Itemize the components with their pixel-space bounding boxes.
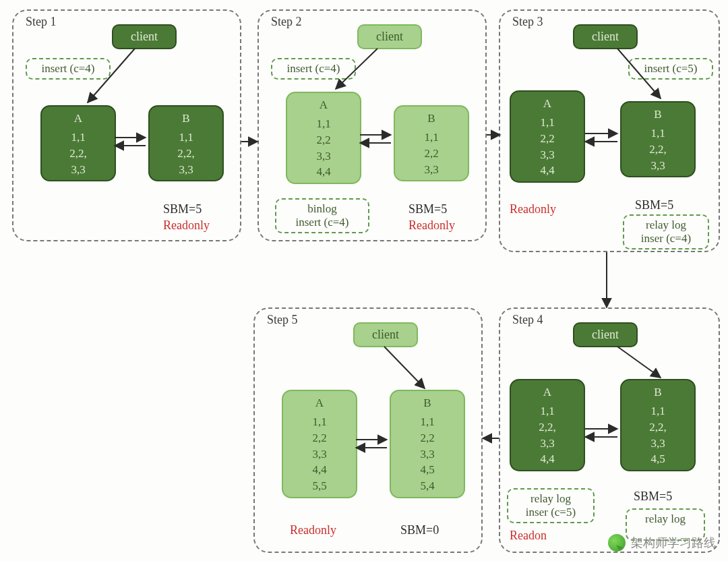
- db-b-row: 2,2,: [624, 419, 692, 436]
- step-title: Step 1: [23, 15, 59, 29]
- db-a: A 1,1 2,2, 3,3: [40, 105, 116, 181]
- readonly-label: Readonly: [290, 523, 336, 537]
- insert-note: insert (c=5): [628, 58, 713, 80]
- step-title: Step 4: [510, 313, 546, 327]
- db-a-row: 1,1: [514, 403, 581, 419]
- db-a-row: 3,3: [44, 162, 112, 178]
- step-5: Step 5 client A 1,1 2,2 3,3 4,4 5,5 B 1,…: [253, 307, 483, 553]
- db-a-row: 2,2,: [44, 146, 112, 162]
- db-a-row: 1,1: [290, 116, 357, 132]
- db-a-row: 2,2: [286, 430, 353, 446]
- db-b: B 1,1 2,2, 3,3: [148, 105, 224, 181]
- db-a-row: 2,2: [290, 132, 357, 148]
- db-b: B 1,1 2,2 3,3: [394, 105, 469, 181]
- db-b-row: 3,3: [394, 446, 461, 463]
- db-a-row: 5,5: [286, 478, 353, 494]
- db-a-row: 4,4: [514, 163, 581, 179]
- db-a-name: A: [514, 386, 581, 399]
- client-box: client: [573, 24, 638, 49]
- sbm-label: SBM=0: [400, 523, 439, 537]
- db-a-row: 2,2,: [514, 419, 581, 436]
- sbm-label: SBM=5: [408, 202, 447, 216]
- db-b-row: 2,2: [394, 430, 461, 446]
- client-box: client: [112, 24, 177, 49]
- db-b-row: 4,5: [394, 462, 461, 478]
- db-a-row: 3,3: [514, 436, 581, 452]
- db-b-row: 4,5: [624, 451, 692, 467]
- db-a-row: 1,1: [514, 115, 581, 131]
- db-b-row: 1,1: [624, 403, 692, 419]
- db-a-row: 3,3: [286, 446, 353, 463]
- db-b-row: 5,4: [394, 478, 461, 494]
- relay-line2: inser (c=4): [641, 232, 691, 245]
- db-b: B 1,1 2,2 3,3 4,5 5,4: [390, 390, 465, 498]
- db-a-name: A: [290, 98, 357, 112]
- db-a-row: 4,4: [290, 164, 357, 180]
- db-a: A 1,1 2,2 3,3 4,4: [510, 90, 585, 183]
- db-b-row: 3,3: [624, 158, 692, 174]
- client-box: client: [357, 24, 422, 49]
- step-4: Step 4 client A 1,1 2,2, 3,3 4,4 B 1,1 2…: [499, 307, 720, 553]
- binlog-note: binlog insert (c=4): [275, 198, 369, 233]
- client-box: client: [573, 322, 638, 347]
- readonly-label: Readonly: [408, 218, 455, 233]
- relay-line1: relay log: [646, 218, 686, 231]
- step-2: Step 2 client insert (c=4) A 1,1 2,2 3,3…: [257, 9, 487, 241]
- db-b-row: 2,2,: [624, 142, 692, 158]
- watermark: 架构师学习路线: [608, 534, 716, 552]
- db-b-row: 3,3: [398, 162, 465, 178]
- db-b-name: B: [624, 108, 692, 121]
- db-b: B 1,1 2,2, 3,3 4,5: [620, 379, 696, 471]
- db-a: A 1,1 2,2 3,3 4,4 5,5: [282, 390, 357, 498]
- db-a-row: 2,2: [514, 131, 581, 147]
- db-b-row: 1,1: [398, 129, 465, 146]
- relay-a-line1: relay log: [530, 492, 571, 505]
- db-b-name: B: [624, 386, 692, 399]
- readonly-label: Readon: [510, 529, 547, 543]
- db-b-row: 3,3: [624, 436, 692, 452]
- db-b-row: 3,3: [152, 162, 220, 178]
- db-b: B 1,1 2,2, 3,3: [620, 101, 696, 177]
- readonly-label: Readonly: [163, 218, 210, 233]
- db-a-row: 4,4: [514, 451, 581, 467]
- relay-b-line1: relay log: [645, 512, 686, 525]
- db-a: A 1,1 2,2 3,3 4,4: [286, 92, 361, 184]
- insert-note: insert (c=4): [26, 58, 111, 80]
- client-box: client: [353, 322, 418, 347]
- db-b-row: 1,1: [152, 129, 220, 146]
- wechat-icon: [608, 534, 626, 552]
- db-a-row: 3,3: [290, 148, 357, 165]
- db-b-name: B: [394, 396, 461, 410]
- relay-note: relay log inser (c=4): [623, 214, 709, 249]
- db-b-row: 1,1: [394, 414, 461, 430]
- readonly-label: Readonly: [510, 202, 556, 216]
- db-b-name: B: [398, 112, 465, 125]
- db-a-name: A: [514, 97, 581, 111]
- sbm-label: SBM=5: [634, 490, 672, 504]
- db-a: A 1,1 2,2, 3,3 4,4: [510, 379, 585, 471]
- insert-note: insert (c=4): [271, 58, 356, 80]
- relay-a-note: relay log inser (c=5): [507, 488, 595, 523]
- step-title: Step 2: [268, 15, 305, 29]
- sbm-label: SBM=5: [635, 198, 673, 212]
- sbm-label: SBM=5: [163, 202, 202, 216]
- binlog-line2: insert (c=4): [296, 216, 349, 229]
- db-a-row: 3,3: [514, 147, 581, 163]
- step-3: Step 3 client insert (c=5) A 1,1 2,2 3,3…: [499, 9, 720, 252]
- db-b-row: 1,1: [624, 125, 692, 142]
- db-a-row: 4,4: [286, 462, 353, 478]
- step-1: Step 1 client insert (c=4) A 1,1 2,2, 3,…: [12, 9, 241, 241]
- db-b-name: B: [152, 112, 220, 125]
- db-b-row: 2,2: [398, 146, 465, 162]
- relay-a-line2: inser (c=5): [526, 506, 576, 519]
- db-b-row: 2,2,: [152, 146, 220, 162]
- step-title: Step 5: [264, 313, 301, 327]
- step-title: Step 3: [510, 15, 546, 29]
- binlog-line1: binlog: [307, 202, 336, 215]
- db-a-name: A: [286, 396, 353, 410]
- db-a-row: 1,1: [286, 414, 353, 430]
- db-a-row: 1,1: [44, 129, 112, 146]
- watermark-text: 架构师学习路线: [631, 535, 716, 551]
- db-a-name: A: [44, 112, 112, 125]
